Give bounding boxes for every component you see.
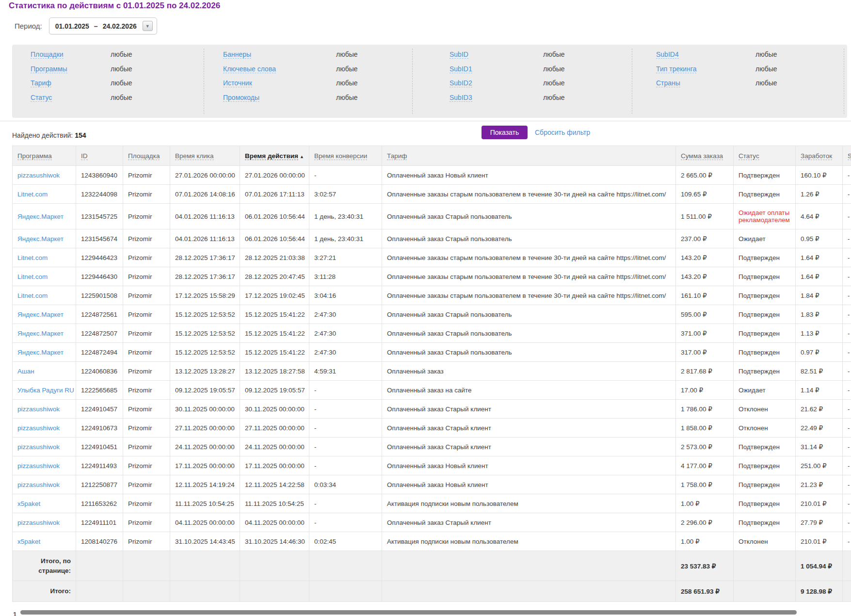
tariff-cell: Оплаченные заказы старым пользователем в… <box>382 286 676 305</box>
program-link[interactable]: Litnet.com <box>17 254 48 261</box>
sort-link[interactable]: Программа <box>17 152 52 160</box>
click-time-cell: 04.01.2026 11:16:13 <box>170 229 240 248</box>
table-row: pizzasushiwok1224910457Prizomir30.11.202… <box>13 400 851 419</box>
tariff-cell: Оплаченный заказ Старый клиент <box>382 419 676 438</box>
filter-value: любые <box>111 79 132 87</box>
program-link[interactable]: Litnet.com <box>17 191 48 198</box>
program-link[interactable]: pizzasushiwok <box>17 405 60 413</box>
table-body: pizzasushiwok1243860940Prizomir27.01.202… <box>13 166 851 551</box>
table-row: Яндекс.Маркет1224872561Prizomir15.12.202… <box>13 305 851 324</box>
program-link[interactable]: pizzasushiwok <box>17 443 60 451</box>
sort-link[interactable]: SubID <box>848 152 851 160</box>
filter-link-subid1[interactable]: SubID1 <box>450 65 472 73</box>
sort-link[interactable]: Заработок <box>801 152 832 160</box>
filter-label-box: Промокоды <box>223 93 336 102</box>
program-link[interactable]: x5paket <box>17 538 40 545</box>
program-link[interactable]: Яндекс.Маркет <box>17 311 64 318</box>
program-link[interactable]: Яндекс.Маркет <box>17 213 64 220</box>
actions-table: ПрограммаIDПлощадкаВремя кликаВремя дейс… <box>12 146 851 602</box>
order-sum-cell: 237.00 ₽ <box>676 229 734 248</box>
table-row: Litnet.com1232244098Prizomir07.01.2026 1… <box>13 185 851 204</box>
status-cell: Ожидает <box>734 381 796 400</box>
filter-link-subid2[interactable]: SubID2 <box>450 79 472 87</box>
earning-cell: 1.64 ₽ <box>796 267 843 286</box>
program-link[interactable]: Яндекс.Маркет <box>17 330 64 337</box>
filter-link-ключевые-слова[interactable]: Ключевые слова <box>223 65 276 73</box>
status-cell: Отклонен <box>734 419 796 438</box>
page-number[interactable]: 1 <box>13 611 16 616</box>
program-link[interactable]: Ашан <box>17 368 34 375</box>
program-link[interactable]: pizzasushiwok <box>17 481 60 488</box>
filter-link-баннеры[interactable]: Баннеры <box>223 50 251 59</box>
filter-link-программы[interactable]: Программы <box>31 65 67 73</box>
platform-cell: Prizomir <box>123 305 170 324</box>
sort-link[interactable]: Площадка <box>128 152 160 160</box>
program-link[interactable]: Яндекс.Маркет <box>17 349 64 356</box>
subid-cell: - <box>843 305 851 324</box>
earning-cell: 1.83 ₽ <box>796 305 843 324</box>
filter-link-тариф[interactable]: Тариф <box>31 79 51 87</box>
status-cell: Подтвержден <box>734 438 796 456</box>
filter-label-box: Источник <box>223 79 336 87</box>
empty-cell <box>123 551 170 581</box>
sort-link[interactable]: Время клика <box>175 152 214 160</box>
reset-filter-link[interactable]: Сбросить фильтр <box>535 129 590 136</box>
filter-link-subid[interactable]: SubID <box>450 50 468 59</box>
action-time-cell: 11.11.2025 10:54:25 <box>240 494 309 513</box>
table-row: pizzasushiwok1224911493Prizomir17.11.202… <box>13 456 851 475</box>
platform-cell: Prizomir <box>123 286 170 305</box>
table-row: pizzasushiwok1212250877Prizomir12.11.202… <box>13 475 851 494</box>
id-cell: 1211653262 <box>76 494 123 513</box>
filter-link-страны[interactable]: Страны <box>656 79 680 87</box>
filter-link-промокоды[interactable]: Промокоды <box>223 94 259 102</box>
order-sum-cell: 2 665.00 ₽ <box>676 166 734 185</box>
program-link[interactable]: Litnet.com <box>17 292 48 299</box>
calendar-dropdown-icon[interactable]: ▼ <box>143 21 153 31</box>
order-sum-cell: 371.00 ₽ <box>676 324 734 343</box>
program-link[interactable]: pizzasushiwok <box>17 172 60 179</box>
id-cell: 1208140276 <box>76 532 123 551</box>
sort-link[interactable]: Тариф <box>387 152 407 160</box>
filter-link-площадки[interactable]: Площадки <box>31 50 64 59</box>
program-link[interactable]: x5paket <box>17 500 40 507</box>
sort-link[interactable]: Время конверсии <box>314 152 367 160</box>
earning-cell: 31.14 ₽ <box>796 438 843 456</box>
period-selector[interactable]: 01.01.2025 – 24.02.2026 ▼ <box>49 17 157 34</box>
program-link[interactable]: Litnet.com <box>17 273 48 280</box>
program-cell: Litnet.com <box>13 286 76 305</box>
status-cell: Подтвержден <box>734 343 796 362</box>
program-link[interactable]: pizzasushiwok <box>17 424 60 432</box>
click-time-cell: 15.12.2025 12:53:52 <box>170 305 240 324</box>
status-cell: Подтвержден <box>734 166 796 185</box>
program-link[interactable]: Улыбка Радуги RU <box>17 387 74 394</box>
subid-cell: - <box>843 475 851 494</box>
filter-link-тип-трекинга[interactable]: Тип трекинга <box>656 65 696 73</box>
show-button[interactable]: Показать <box>482 126 528 139</box>
totals-order-sum: 258 651.93 ₽ <box>676 581 734 602</box>
order-sum-cell: 1 511.00 ₽ <box>676 204 734 229</box>
status-cell: Подтвержден <box>734 185 796 204</box>
platform-cell: Prizomir <box>123 532 170 551</box>
program-link[interactable]: Яндекс.Маркет <box>17 235 64 243</box>
sort-link[interactable]: Сумма заказа <box>681 152 723 160</box>
filter-value: любые <box>755 65 777 73</box>
order-sum-cell: 1 758.00 ₽ <box>676 475 734 494</box>
filter-link-subid3[interactable]: SubID3 <box>450 94 472 102</box>
sort-link[interactable]: ID <box>81 152 88 160</box>
earning-cell: 21.62 ₽ <box>796 400 843 419</box>
program-link[interactable]: pizzasushiwok <box>17 462 60 470</box>
horizontal-scrollbar-thumb[interactable] <box>20 610 797 615</box>
filter-link-статус[interactable]: Статус <box>31 94 52 102</box>
status-cell: Подтвержден <box>734 248 796 267</box>
column-header-заработок: Заработок <box>796 146 843 166</box>
sort-link[interactable]: Статус <box>739 152 759 160</box>
sort-link[interactable]: Время действия <box>245 152 298 160</box>
tariff-cell: Оплаченный заказ Старый клиент <box>382 438 676 456</box>
click-time-cell: 13.12.2025 13:28:27 <box>170 362 240 381</box>
id-cell: 1224910673 <box>76 419 123 438</box>
program-link[interactable]: pizzasushiwok <box>17 519 60 526</box>
conversion-time-cell: 1 день, 23:40:31 <box>309 204 382 229</box>
filter-label-box: SubID4 <box>656 50 755 59</box>
filter-link-источник[interactable]: Источник <box>223 79 252 87</box>
filter-link-subid4[interactable]: SubID4 <box>656 50 679 59</box>
